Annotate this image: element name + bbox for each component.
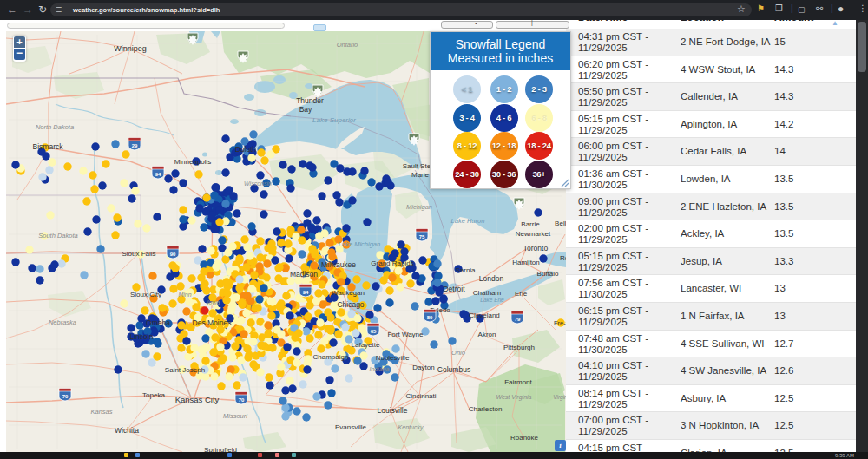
svg-text:Akron: Akron	[478, 331, 496, 338]
svg-text:Missouri: Missouri	[223, 412, 247, 420]
svg-text:London: London	[479, 274, 504, 283]
svg-text:Pittsburgh: Pittsburgh	[503, 344, 535, 351]
svg-text:Bay: Bay	[299, 105, 312, 114]
svg-text:Ontario: Ontario	[337, 41, 358, 49]
svg-text:Barrie: Barrie	[521, 220, 540, 228]
svg-text:Saint Joseph: Saint Joseph	[165, 366, 205, 374]
svg-text:Bismarck: Bismarck	[33, 142, 64, 151]
svg-text:West Virginia: West Virginia	[496, 394, 532, 401]
svg-text:Kansas City: Kansas City	[175, 395, 220, 404]
svg-text:Sioux City: Sioux City	[130, 291, 161, 298]
svg-text:Ro: Ro	[560, 254, 566, 262]
svg-text:80: 80	[427, 315, 433, 320]
svg-text:Indiana: Indiana	[370, 366, 390, 372]
svg-text:Madison: Madison	[290, 270, 318, 279]
svg-text:70: 70	[239, 397, 245, 403]
svg-text:Cleveland: Cleveland	[469, 311, 500, 319]
svg-text:Columbus: Columbus	[437, 365, 470, 374]
svg-text:Charleston: Charleston	[469, 405, 503, 413]
svg-text:70: 70	[62, 394, 69, 399]
svg-text:Kansas: Kansas	[90, 408, 112, 416]
svg-text:29: 29	[132, 143, 138, 148]
svg-text:79: 79	[515, 317, 521, 322]
svg-text:Des Moines: Des Moines	[193, 318, 232, 327]
svg-text:Virginia: Virginia	[553, 394, 566, 401]
svg-text:Waukegan: Waukegan	[332, 289, 365, 297]
svg-text:Chicago: Chicago	[337, 300, 364, 309]
svg-text:Marie: Marie	[411, 171, 430, 179]
svg-text:Thunder: Thunder	[296, 96, 324, 105]
svg-text:South Dakota: South Dakota	[38, 232, 77, 239]
svg-text:Ohio: Ohio	[451, 349, 465, 357]
svg-text:Chatham: Chatham	[473, 289, 502, 297]
svg-text:Iowa: Iowa	[207, 299, 220, 305]
svg-text:Detroit: Detroit	[443, 285, 465, 293]
svg-text:Michigan: Michigan	[406, 203, 432, 211]
svg-text:Nebraska: Nebraska	[49, 318, 76, 326]
svg-text:Wisconsin: Wisconsin	[244, 180, 272, 187]
svg-text:90: 90	[170, 252, 176, 257]
svg-text:Lake Huron: Lake Huron	[451, 217, 485, 225]
svg-text:Roanoke: Roanoke	[510, 434, 539, 442]
svg-text:Minneapolis: Minneapolis	[174, 158, 212, 166]
svg-text:94: 94	[155, 172, 161, 177]
svg-text:Louisville: Louisville	[378, 406, 408, 415]
svg-text:Sarnia: Sarnia	[455, 266, 476, 274]
svg-text:Fairmont: Fairmont	[504, 378, 532, 386]
svg-text:Kentucky: Kentucky	[398, 424, 424, 431]
svg-text:Noblesville: Noblesville	[376, 354, 410, 362]
svg-text:Fort Wayne: Fort Wayne	[387, 331, 424, 338]
svg-text:Belle: Belle	[555, 220, 566, 227]
svg-text:Toronto: Toronto	[523, 244, 549, 252]
svg-text:Duluth: Duluth	[235, 145, 257, 154]
svg-text:94: 94	[303, 290, 309, 295]
svg-text:Newmarket: Newmarket	[516, 230, 551, 238]
svg-text:Wichita: Wichita	[115, 426, 139, 435]
svg-text:75: 75	[419, 234, 425, 239]
svg-text:Grand Rapids: Grand Rapids	[371, 259, 413, 267]
svg-text:Cincinnati: Cincinnati	[405, 392, 436, 400]
svg-text:Lafayette: Lafayette	[352, 341, 380, 349]
svg-text:Milwaukee: Milwaukee	[321, 260, 356, 269]
svg-text:Minn: Minn	[178, 292, 191, 298]
svg-text:Lake Michigan: Lake Michigan	[339, 240, 380, 248]
svg-text:65: 65	[371, 329, 377, 334]
svg-text:Dayton: Dayton	[412, 364, 434, 371]
svg-text:Topeka: Topeka	[142, 391, 165, 399]
svg-text:North Dakota: North Dakota	[36, 123, 74, 131]
svg-text:Lake Superior: Lake Superior	[312, 116, 356, 124]
svg-text:Sault Ste.: Sault Ste.	[403, 162, 433, 170]
svg-text:Evansville: Evansville	[335, 423, 367, 431]
svg-text:Lake Erie: Lake Erie	[480, 297, 504, 303]
svg-text:Buffalo: Buffalo	[537, 270, 559, 278]
svg-text:Hamilton: Hamilton	[512, 259, 540, 266]
svg-text:Winnipeg: Winnipeg	[114, 44, 147, 53]
svg-text:Erie: Erie	[515, 290, 528, 298]
svg-text:Omaha: Omaha	[146, 318, 170, 327]
svg-text:Champaign: Champaign	[313, 353, 349, 361]
svg-text:Sioux Falls: Sioux Falls	[122, 250, 155, 258]
svg-text:Lincoln: Lincoln	[130, 332, 154, 341]
svg-text:Fre-fe: Fre-fe	[554, 319, 566, 327]
